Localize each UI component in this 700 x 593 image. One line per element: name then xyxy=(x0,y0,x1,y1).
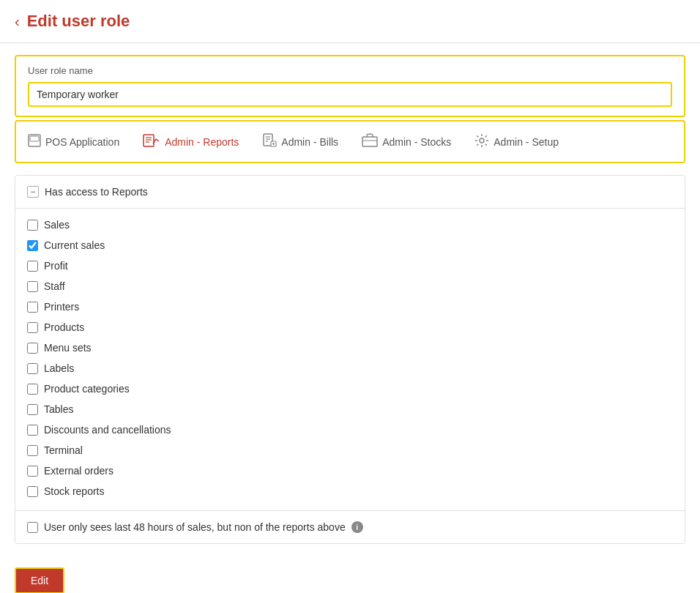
list-item: Products xyxy=(27,317,673,337)
svg-rect-13 xyxy=(362,137,377,146)
footer-checkbox-item: User only sees last 48 hours of sales, b… xyxy=(27,521,673,533)
tab-pos-application[interactable]: POS Application xyxy=(25,128,122,155)
svg-rect-1 xyxy=(30,136,39,141)
tab-bills-label: Admin - Bills xyxy=(281,136,338,148)
products-checkbox[interactable] xyxy=(27,322,38,333)
tabs-section: POS Application Admin - Reports xyxy=(15,120,685,163)
bills-icon xyxy=(262,133,277,150)
list-item: Labels xyxy=(27,358,673,378)
svg-rect-2 xyxy=(144,135,154,146)
list-item: Current sales xyxy=(27,235,673,256)
stock-reports-checkbox[interactable] xyxy=(27,486,38,497)
profit-checkbox[interactable] xyxy=(27,261,38,272)
external-orders-label: External orders xyxy=(44,465,113,477)
section-header: − Has access to Reports xyxy=(15,176,685,209)
discounts-checkbox[interactable] xyxy=(27,425,38,436)
list-item: Printers xyxy=(27,296,673,317)
products-label: Products xyxy=(44,321,84,333)
page-header: ‹ Edit user role xyxy=(0,0,700,43)
terminal-label: Terminal xyxy=(44,444,83,456)
tab-stocks-label: Admin - Stocks xyxy=(382,136,451,148)
user-role-name-input[interactable] xyxy=(28,82,672,107)
printers-checkbox[interactable] xyxy=(27,302,38,313)
tables-label: Tables xyxy=(44,403,73,415)
setup-icon xyxy=(474,133,489,150)
sales-checkbox[interactable] xyxy=(27,220,38,231)
list-item: Staff xyxy=(27,276,673,296)
main-content: User role name POS Application xyxy=(0,43,700,593)
current-sales-checkbox[interactable] xyxy=(27,240,38,251)
staff-checkbox[interactable] xyxy=(27,281,38,292)
list-item: Tables xyxy=(27,399,673,419)
profit-label: Profit xyxy=(44,260,68,272)
page-title: Edit user role xyxy=(27,12,130,31)
tab-setup-label: Admin - Setup xyxy=(494,136,559,148)
product-categories-checkbox[interactable] xyxy=(27,384,38,395)
stocks-icon xyxy=(362,133,378,150)
section-title: Has access to Reports xyxy=(45,186,148,198)
terminal-checkbox[interactable] xyxy=(27,445,38,456)
list-item: Profit xyxy=(27,256,673,276)
list-item: Product categories xyxy=(27,378,673,399)
collapse-button[interactable]: − xyxy=(27,186,39,198)
tab-admin-reports[interactable]: Admin - Reports xyxy=(140,127,242,156)
stock-reports-label: Stock reports xyxy=(44,485,104,497)
reports-icon xyxy=(143,133,160,150)
product-categories-label: Product categories xyxy=(44,383,130,395)
printers-label: Printers xyxy=(44,301,79,313)
svg-point-15 xyxy=(480,138,484,143)
user-role-section: User role name xyxy=(15,55,685,117)
list-item: Menu sets xyxy=(27,337,673,358)
menu-sets-checkbox[interactable] xyxy=(27,343,38,354)
tab-admin-setup[interactable]: Admin - Setup xyxy=(472,127,562,156)
external-orders-checkbox[interactable] xyxy=(27,466,38,477)
list-item: Discounts and cancellations xyxy=(27,419,673,440)
footer-section: User only sees last 48 hours of sales, b… xyxy=(15,510,685,543)
labels-label: Labels xyxy=(44,362,74,374)
info-icon[interactable]: i xyxy=(351,521,363,533)
user-role-label: User role name xyxy=(28,65,672,76)
labels-checkbox[interactable] xyxy=(27,363,38,374)
sales-label: Sales xyxy=(44,219,70,231)
tables-checkbox[interactable] xyxy=(27,404,38,415)
last-48-hours-checkbox[interactable] xyxy=(27,522,38,533)
tabs-container: POS Application Admin - Reports xyxy=(25,127,675,156)
list-item: External orders xyxy=(27,460,673,481)
permissions-list: Sales Current sales Profit Staff Printer… xyxy=(15,209,685,510)
tab-admin-stocks[interactable]: Admin - Stocks xyxy=(359,127,454,156)
list-item: Terminal xyxy=(27,440,673,460)
pos-icon xyxy=(28,134,41,149)
tab-pos-label: POS Application xyxy=(45,136,119,148)
staff-label: Staff xyxy=(44,280,65,292)
list-item: Sales xyxy=(27,215,673,235)
menu-sets-label: Menu sets xyxy=(44,342,92,354)
back-button[interactable]: ‹ xyxy=(15,13,20,30)
list-item: Stock reports xyxy=(27,481,673,501)
tab-reports-label: Admin - Reports xyxy=(165,136,239,148)
footer-label: User only sees last 48 hours of sales, b… xyxy=(44,521,346,533)
current-sales-label: Current sales xyxy=(44,239,105,251)
tab-admin-bills[interactable]: Admin - Bills xyxy=(259,127,341,156)
reports-section: − Has access to Reports Sales Current sa… xyxy=(15,175,685,544)
discounts-label: Discounts and cancellations xyxy=(44,424,171,436)
edit-button[interactable]: Edit xyxy=(15,567,64,593)
